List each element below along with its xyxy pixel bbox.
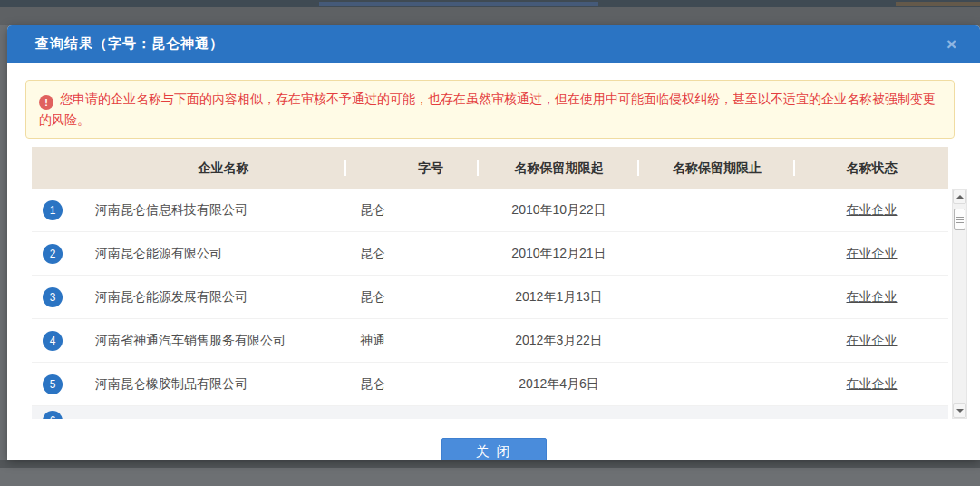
status-cell: 在业企业 [795,376,948,393]
dialog-title: 查询结果（字号：昆仑神通） [35,35,224,53]
close-icon[interactable]: × [946,35,956,53]
dimmed-background-text [896,2,980,6]
status-link[interactable]: 在业企业 [847,202,898,217]
row-index-cell: 3 [32,287,95,307]
reserve-start-cell: 2012年4月6日 [479,376,639,393]
row-number-badge: 3 [43,287,63,307]
dialog-titlebar: 查询结果（字号：昆仑神通） × [7,25,980,63]
status-link[interactable]: 在业企业 [847,333,898,347]
close-button[interactable]: 关 闭 [441,438,547,460]
scrollbar-down-arrow-icon[interactable] [953,403,966,418]
company-name-cell: 河南昆仑能源发展有限公司 [95,289,346,306]
row-number-badge: 5 [43,374,63,394]
status-cell: 在业企业 [795,333,948,349]
status-link[interactable]: 在业企业 [847,376,898,391]
status-cell: 在业企业 [795,202,948,219]
dimmed-page-top-bar [0,0,980,7]
table-body: 1 河南昆仑信息科技有限公司 昆仑 2010年10月22日 在业企业 2 河南昆… [32,189,948,419]
column-header-name-status: 名称状态 [795,147,948,189]
table-scrollbar[interactable] [952,189,967,419]
column-header-company-name: 企业名称 [32,147,346,189]
row-number-badge: 6 [43,411,63,419]
status-link[interactable]: 在业企业 [847,246,898,260]
dimmed-page-bottom-bar [0,460,980,468]
row-index-cell: 1 [32,200,95,220]
row-index-cell: 2 [32,244,95,264]
status-cell: 在业企业 [795,246,948,262]
status-link[interactable]: 在业企业 [847,289,898,304]
company-name-cell: 河南昆仑信息科技有限公司 [95,202,346,219]
row-number-badge: 1 [43,200,63,220]
reserve-start-cell: 2010年10月22日 [479,202,639,219]
trade-name-cell: 昆仑 [346,246,479,262]
scrollbar-thumb[interactable] [954,209,965,230]
row-index-cell: 5 [32,374,95,394]
table-header-row: 企业名称 字号 名称保留期限起 名称保留期限止 名称状态 [32,147,948,189]
table-row-partial: 6 [32,406,948,419]
table-row: 3 河南昆仑能源发展有限公司 昆仑 2012年1月13日 在业企业 [32,276,948,319]
reserve-start-cell: 2012年3月22日 [479,333,639,349]
trade-name-cell: 神通 [346,333,479,349]
reserve-start-cell: 2012年1月13日 [479,289,639,306]
warning-banner: !您申请的企业名称与下面的内容相似，存在审核不予通过的可能，也存在虽然审核通过，… [25,80,955,139]
table-row: 5 河南昆仑橡胶制品有限公司 昆仑 2012年4月6日 在业企业 [32,363,948,406]
table-row: 4 河南省神通汽车销售服务有限公司 神通 2012年3月22日 在业企业 [32,319,948,363]
warning-icon: ! [39,95,53,110]
column-header-reserve-end: 名称保留期限止 [639,147,795,189]
warning-text: 您申请的企业名称与下面的内容相似，存在审核不予通过的可能，也存在虽然审核通过，但… [39,92,936,127]
company-name-cell: 河南昆仑能源有限公司 [95,246,346,262]
row-index-cell: 6 [32,406,95,419]
company-name-cell: 河南省神通汽车销售服务有限公司 [95,333,346,349]
table-row: 2 河南昆仑能源有限公司 昆仑 2010年12月21日 在业企业 [32,232,948,276]
query-result-dialog: 查询结果（字号：昆仑神通） × !您申请的企业名称与下面的内容相似，存在审核不予… [7,25,980,460]
dimmed-page-strip [0,7,980,25]
column-header-trade-name: 字号 [346,147,479,189]
row-index-cell: 4 [32,331,95,351]
dimmed-background-text [319,2,598,6]
table-row: 1 河南昆仑信息科技有限公司 昆仑 2010年10月22日 在业企业 [32,189,948,232]
result-table: 企业名称 字号 名称保留期限起 名称保留期限止 名称状态 1 河南昆仑信息科技有… [32,147,967,419]
company-name-cell: 河南昆仑橡胶制品有限公司 [95,376,346,393]
column-header-reserve-start: 名称保留期限起 [479,147,639,189]
trade-name-cell: 昆仑 [346,289,479,306]
scrollbar-up-arrow-icon[interactable] [953,190,966,204]
trade-name-cell: 昆仑 [346,376,479,393]
dialog-footer: 关 闭 [7,419,980,460]
trade-name-cell: 昆仑 [346,202,479,219]
reserve-start-cell: 2010年12月21日 [479,246,639,262]
row-number-badge: 4 [43,331,63,351]
status-cell: 在业企业 [795,289,948,306]
row-number-badge: 2 [43,244,63,264]
